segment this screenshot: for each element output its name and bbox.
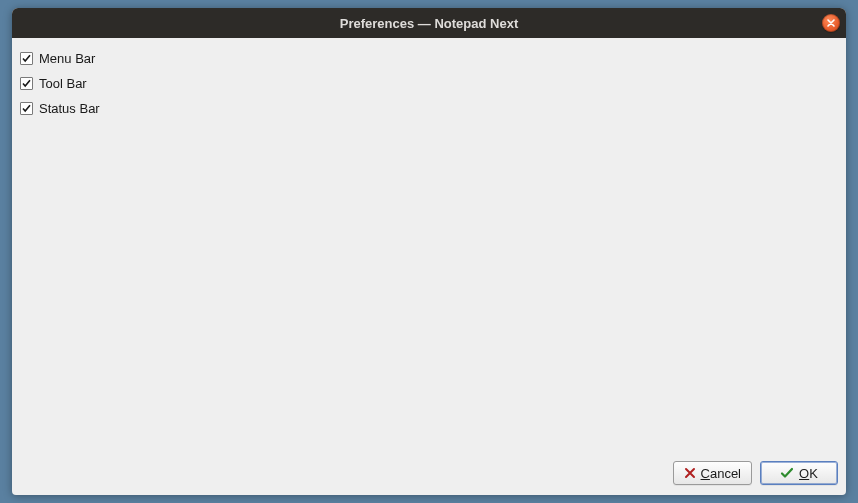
window-title: Preferences — Notepad Next xyxy=(340,16,518,31)
ok-button[interactable]: OK xyxy=(760,461,838,485)
option-status-bar[interactable]: Status Bar xyxy=(20,96,838,121)
check-icon xyxy=(21,78,32,89)
close-icon xyxy=(826,18,836,28)
checkbox-menu-bar[interactable] xyxy=(20,52,33,65)
dialog-buttons: Cancel OK xyxy=(12,455,846,495)
ok-icon xyxy=(780,467,794,479)
option-menu-bar[interactable]: Menu Bar xyxy=(20,46,838,71)
checkbox-status-bar[interactable] xyxy=(20,102,33,115)
checkbox-tool-bar[interactable] xyxy=(20,77,33,90)
close-button[interactable] xyxy=(822,14,840,32)
cancel-icon xyxy=(684,467,696,479)
option-label: Tool Bar xyxy=(39,76,87,91)
option-label: Menu Bar xyxy=(39,51,95,66)
cancel-button[interactable]: Cancel xyxy=(673,461,752,485)
titlebar: Preferences — Notepad Next xyxy=(12,8,846,38)
cancel-label: Cancel xyxy=(701,466,741,481)
ok-label: OK xyxy=(799,466,818,481)
option-label: Status Bar xyxy=(39,101,100,116)
option-tool-bar[interactable]: Tool Bar xyxy=(20,71,838,96)
preferences-window: Preferences — Notepad Next Menu Bar xyxy=(12,8,846,495)
content-area: Menu Bar Tool Bar Status Bar xyxy=(12,38,846,455)
check-icon xyxy=(21,103,32,114)
check-icon xyxy=(21,53,32,64)
